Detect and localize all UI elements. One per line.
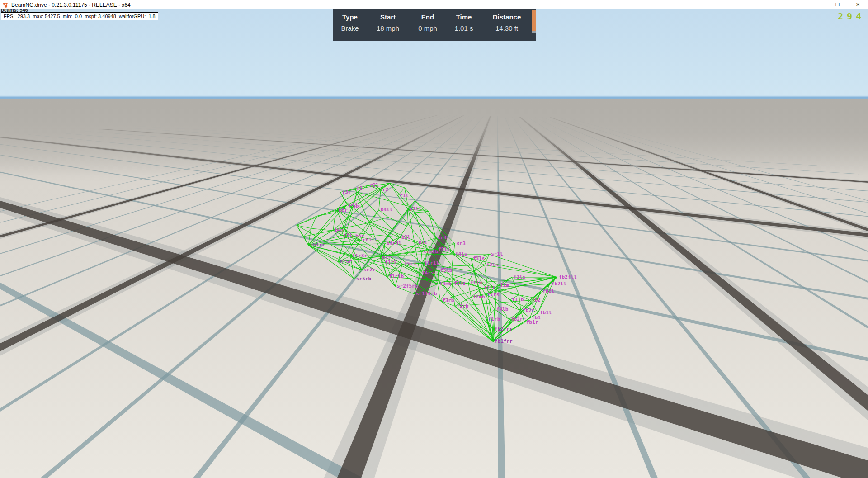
- node-label: f5rs: [404, 261, 416, 267]
- node-label: f4lb: [496, 306, 509, 312]
- node-label: sr1f4rb: [416, 291, 437, 297]
- node-label: f2mb: [473, 294, 485, 300]
- node-label: fb1l: [540, 310, 552, 316]
- window-titlebar: BeamNG.drive - 0.21.3.0.11175 - RELEASE …: [0, 0, 868, 9]
- hud-col-type: Type Brake: [341, 13, 359, 32]
- node-label: fb2: [532, 297, 541, 303]
- hud-col-time: Time 1.01 s: [455, 13, 473, 32]
- window-title: BeamNG.drive - 0.21.3.0.11175 - RELEASE …: [11, 2, 131, 8]
- node-label: sr1l: [491, 251, 503, 257]
- node-label: f1rs: [487, 292, 500, 298]
- digital-readout: 294: [838, 11, 865, 22]
- hud-value: 14.30 ft: [493, 24, 521, 32]
- app-icon: [2, 2, 9, 8]
- hud-value: 18 mph: [377, 24, 399, 32]
- node-label: fb2fll: [559, 274, 577, 280]
- node-label: f3ls: [473, 256, 485, 261]
- node-label: b1l: [419, 240, 428, 246]
- node-label: f4mb: [439, 281, 452, 287]
- node-label: fb2ll: [552, 281, 566, 287]
- node-label: f2lb: [484, 285, 496, 291]
- node-label: b8r: [339, 207, 348, 213]
- restore-icon[interactable]: ❐: [827, 0, 848, 9]
- node-label: f1lb: [512, 297, 524, 303]
- hud-col-distance: Distance 14.30 ft: [493, 13, 521, 32]
- node-label: r5l: [344, 232, 353, 238]
- scene-overlay-svg: r3rr3r2lr2r1lp1lb8rb8b4llp1llb4rr5lb5rrb…: [0, 0, 868, 478]
- node-label: fb1frr: [495, 338, 513, 344]
- node-label: f1lb: [470, 280, 482, 286]
- node-label: p1ll: [410, 206, 422, 212]
- node-label: f3rb: [442, 298, 454, 303]
- node-label: f4rs: [422, 270, 434, 276]
- hud-header: Start: [377, 13, 399, 21]
- node-label: sr5lb: [423, 249, 438, 255]
- node-label: rb1rr: [310, 242, 325, 248]
- node-label: fb2frr: [495, 326, 513, 332]
- hud-scroll-chip: [532, 31, 536, 33]
- node-label: f1r1b: [389, 274, 404, 279]
- hud-col-start: Start 18 mph: [377, 13, 399, 32]
- node-label: fb2rr: [511, 316, 526, 322]
- node-label: rb1fl: [363, 237, 377, 243]
- node-label: sr2r: [363, 267, 376, 273]
- node-label: b4r3l: [387, 241, 401, 246]
- node-label: f1ls: [514, 274, 526, 280]
- node-label: sr5r: [340, 259, 352, 265]
- viewport-3d[interactable]: r3rr3r2lr2r1lp1lb8rb8b4llp1llb4rr5lb5rrb…: [0, 0, 868, 478]
- hud-value: 0 mph: [418, 24, 437, 32]
- hud-header: Distance: [493, 13, 521, 21]
- node-label: sr5rb: [356, 276, 371, 282]
- close-icon[interactable]: ✕: [848, 0, 868, 9]
- hud-accent-bar: [532, 10, 536, 31]
- hud-col-end: End 0 mph: [418, 13, 437, 32]
- node-label: r3r: [342, 189, 351, 195]
- node-label: sr4l: [438, 235, 450, 241]
- node-label: fb2l: [542, 288, 555, 294]
- node-label: r3: [357, 185, 363, 191]
- node-label: fb1r: [526, 319, 538, 325]
- node-label: fb2r: [523, 308, 535, 313]
- node-label: f2ls: [486, 262, 499, 268]
- hud-value: Brake: [341, 24, 359, 32]
- node-label: f5ls: [438, 246, 450, 252]
- node-label: f4ls: [455, 251, 467, 257]
- node-label: b4r: [335, 227, 344, 233]
- hud-value: 1.01 s: [455, 24, 473, 32]
- node-label: f2rb: [457, 303, 469, 309]
- node-label: f5lb: [440, 267, 453, 273]
- fps-counter: FPS: 293.3 max: 5427.5 min: 0.0 mspf: 3.…: [1, 12, 158, 20]
- node-label: r2: [382, 187, 388, 193]
- minimize-icon[interactable]: —: [807, 0, 827, 9]
- node-label: r2l: [370, 182, 379, 188]
- node-label: sr2f5rb: [397, 283, 418, 289]
- node-label: f1r2: [385, 260, 397, 265]
- node-label: sr3: [457, 241, 466, 246]
- hud-header: End: [418, 13, 437, 21]
- node-label: b8: [354, 204, 360, 210]
- node-label: f1r1l: [424, 260, 439, 266]
- hud-header: Type: [341, 13, 359, 21]
- perf-test-panel: Type Brake Start 18 mph End 0 mph Time 1…: [333, 9, 536, 41]
- window-controls: — ❐ ✕: [807, 0, 868, 9]
- node-label: f1r3r: [352, 253, 367, 259]
- node-label: b4ll: [381, 207, 393, 213]
- hud-header: Time: [455, 13, 473, 21]
- node-label: f1m: [500, 282, 509, 288]
- node-label: r1l: [400, 193, 409, 199]
- node-label: f1rb: [488, 316, 500, 322]
- node-label: b2l: [401, 234, 410, 240]
- beamng-window: r3rr3r2lr2r1lp1lb8rb8b4llp1llb4rr5lb5rrb…: [0, 0, 868, 478]
- node-label: f3rs: [454, 280, 466, 286]
